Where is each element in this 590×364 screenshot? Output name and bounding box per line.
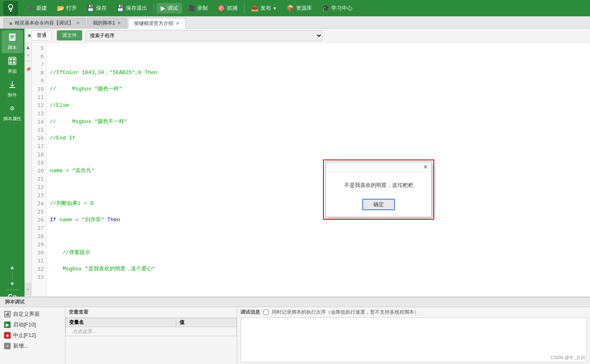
code-scroll-up[interactable]: ▲ — [25, 44, 31, 51]
tab-debug-icon: ■ — [9, 21, 12, 26]
ui-icon — [8, 56, 17, 67]
debug-button[interactable]: ▶ 调试 — [157, 3, 182, 13]
toolbar-sep-2 — [244, 3, 245, 13]
save-button[interactable]: 💾 保存 — [83, 3, 111, 13]
record-icon: 🎥 — [188, 4, 195, 12]
tab-debug-close[interactable]: ✕ — [76, 20, 80, 26]
svg-rect-8 — [13, 58, 15, 61]
start-icon: ▶ — [4, 321, 11, 328]
learn-button[interactable]: 🎓 学习中心 — [318, 3, 357, 13]
svg-rect-15 — [6, 312, 7, 314]
collapse-all[interactable]: ✕ — [27, 53, 30, 58]
sidebar-item-attachment[interactable]: 附件 — [2, 78, 23, 101]
toolbar-sep-1 — [154, 3, 154, 13]
main-toolbar: ➕ 新建 📂 打开 💾 保存 💾 保存退出 ▶ 调试 🎥 录制 🎯 抓捕 — [0, 0, 590, 16]
sidebar-item-script[interactable]: 脚本 — [2, 30, 23, 53]
tab-intro-close[interactable]: ✕ — [176, 21, 179, 26]
svg-rect-2 — [9, 34, 16, 41]
stop-icon: ■ — [4, 332, 11, 339]
debug-body: 自定义界面 ▶ 启动[F10] ■ 中止[F12] + 新增... 变量 — [0, 307, 590, 364]
var-value-header: 值 — [176, 318, 237, 327]
debug-panel: 脚本调试 自定义界面 ▶ 启动[F10] ■ 中止[F12] — [0, 297, 590, 364]
debug-info-header: 调试信息 同时记录脚本的执行次序（会降低执行速度，暂不支持多线程脚本） — [240, 309, 587, 317]
svg-rect-11 — [9, 87, 15, 88]
dialog-ok-button[interactable]: 确定 — [362, 199, 395, 210]
dialog-overlay: ✕ 不是我喜欢的明星，送坨粑粑 确定 — [323, 160, 434, 220]
branding: CSDN @牛_云识 — [550, 355, 585, 361]
sidebar-scroll-up[interactable]: ▲ — [9, 264, 15, 271]
editor-collapse-button[interactable]: ‹ — [25, 283, 31, 295]
new-icon: ➕ — [27, 4, 35, 12]
tab-bar: ■ 精灵基本命令内容【调试】 ✕ 我的脚本1 ✕ 按键精灵官方介绍 ✕ — [0, 16, 590, 29]
open-button[interactable]: 📂 打开 — [53, 3, 81, 13]
sidebar-item-ui[interactable]: 界面 — [2, 54, 23, 77]
var-placeholder-row[interactable]: 点击这里... — [66, 327, 237, 336]
expand-section[interactable]: — — [26, 58, 30, 63]
capture-icon: 🎯 — [218, 4, 225, 12]
script-icon — [8, 33, 17, 44]
new-item-btn[interactable]: + 新增... — [2, 342, 63, 351]
learn-icon: 🎓 — [322, 4, 330, 12]
sidebar-sep — [6, 290, 18, 290]
save-exit-icon: 💾 — [117, 4, 124, 12]
svg-point-13 — [12, 108, 13, 109]
dialog-message: 不是我喜欢的明星，送坨粑粑 — [326, 172, 431, 195]
dialog-footer: 确定 — [326, 195, 431, 217]
dialog-outer-border: ✕ 不是我喜欢的明星，送坨粑粑 确定 — [323, 160, 434, 220]
tab-intro[interactable]: 按键精灵官方介绍 ✕ — [128, 18, 186, 29]
publish-icon: 📤 — [251, 4, 259, 12]
tab-my-script-close[interactable]: ✕ — [117, 20, 121, 26]
debug-output[interactable] — [240, 317, 587, 362]
stop-btn[interactable]: ■ 中止[F12] — [2, 331, 63, 340]
customize-ui-btn[interactable]: 自定义界面 — [2, 310, 63, 319]
dialog-titlebar: ✕ — [326, 162, 431, 172]
resource-button[interactable]: 📦 资源库 — [283, 3, 316, 13]
record-button[interactable]: 🎥 录制 — [184, 3, 212, 13]
publish-button[interactable]: 📤 发布 ▼ — [247, 3, 281, 13]
debug-info-panel: 调试信息 同时记录脚本的执行次序（会降低执行速度，暂不支持多线程脚本） — [237, 307, 590, 364]
open-icon: 📂 — [57, 4, 65, 12]
svg-rect-7 — [9, 58, 12, 61]
debug-middle: 变量查看 变量名 值 点击这里... — [65, 307, 237, 364]
start-btn[interactable]: ▶ 启动[F10] — [2, 320, 63, 329]
var-section-title: 变量查看 — [65, 307, 237, 318]
tab-debug[interactable]: ■ 精灵基本命令内容【调试】 ✕ — [3, 18, 86, 28]
save-exit-button[interactable]: 💾 保存退出 — [112, 3, 151, 13]
debug-icon: ▶ — [161, 4, 166, 12]
new-button[interactable]: ➕ 新建 — [23, 3, 51, 13]
properties-icon — [8, 104, 17, 115]
attachment-icon — [8, 80, 17, 91]
app-logo — [3, 1, 18, 16]
dialog-box: ✕ 不是我喜欢的明星，送坨粑粑 确定 — [325, 162, 432, 217]
editor-mode-indicator: ■ — [28, 33, 31, 38]
var-table: 变量名 值 点击这里... — [65, 318, 237, 336]
svg-rect-9 — [9, 61, 12, 64]
svg-rect-1 — [10, 11, 11, 12]
customize-icon — [4, 311, 11, 317]
editor-toolbar: ■ 普通 源文件 搜索子程序 — [25, 29, 590, 43]
var-name-header: 变量名 — [66, 318, 176, 327]
capture-button[interactable]: 🎯 抓捕 — [213, 3, 242, 13]
save-icon: 💾 — [87, 4, 94, 12]
debug-left: 自定义界面 ▶ 启动[F10] ■ 中止[F12] + 新增... — [0, 307, 65, 364]
publish-dropdown-icon: ▼ — [273, 6, 277, 11]
mode-source-btn[interactable]: 源文件 — [57, 30, 82, 40]
subroutine-select[interactable]: 搜索子程序 — [85, 30, 323, 41]
svg-rect-10 — [13, 61, 15, 64]
sidebar-scroll-down[interactable]: ▼ — [9, 281, 15, 287]
resource-icon: 📦 — [287, 4, 294, 12]
sidebar-item-properties[interactable]: 脚本属性 — [2, 101, 23, 124]
debug-record-checkbox[interactable] — [263, 310, 269, 315]
new-icon: + — [4, 343, 11, 349]
sidebar-divider — [12, 272, 13, 280]
mode-normal-btn[interactable]: 普通 — [31, 30, 52, 40]
tab-my-script[interactable]: 我的脚本1 ✕ — [87, 18, 128, 28]
svg-point-0 — [9, 4, 13, 9]
dialog-close-button[interactable]: ✕ — [422, 164, 429, 170]
debug-header: 脚本调试 — [0, 297, 590, 307]
pin-icon[interactable]: 📌 — [26, 67, 31, 72]
